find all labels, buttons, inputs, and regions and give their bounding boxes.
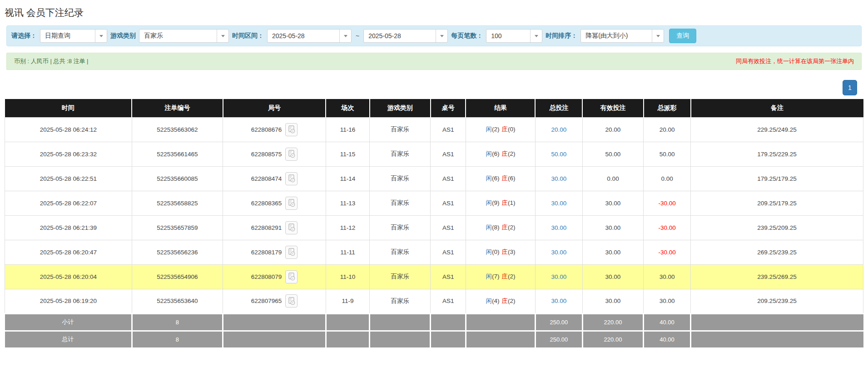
chevron-down-icon[interactable]: [95, 30, 107, 42]
date-from-value: 2025-05-28: [268, 32, 339, 40]
table-row: 2025-05-28 06:23:32 522535661465 6228085…: [5, 142, 863, 166]
player-result-label: 闲: [486, 224, 492, 231]
time-sort-select[interactable]: 降冪(由大到小): [580, 29, 664, 43]
total-bet-link[interactable]: 30.00: [551, 200, 567, 207]
player-result-value: (6): [492, 150, 500, 157]
total-bet-link[interactable]: 30.00: [551, 298, 567, 304]
player-result-value: (4): [492, 298, 500, 304]
game-category-label: 游戏类别: [110, 32, 136, 40]
round-number: 622808676: [251, 126, 282, 133]
table-row: 2025-05-28 06:21:39 522535657859 6228082…: [5, 215, 863, 240]
header-bet-id: 注单编号: [132, 99, 223, 117]
page-1-button[interactable]: 1: [843, 80, 857, 95]
chevron-down-icon[interactable]: [530, 30, 542, 42]
cell-session: 11-11: [326, 240, 369, 264]
per-page-select[interactable]: 100: [486, 29, 542, 43]
film-icon: [288, 223, 295, 232]
banker-result-value: (2): [508, 273, 516, 280]
game-category-select[interactable]: 百家乐: [139, 29, 229, 43]
header-game: 游戏类别: [370, 99, 431, 117]
cell-session: 11-15: [326, 142, 369, 166]
total-bet-link[interactable]: 30.00: [551, 273, 567, 280]
cell-game: 百家乐: [370, 191, 431, 215]
summary-bar: 币别 : 人民币 | 总共 :8 注单 | 同局有效投注，统一计算在该局第一张注…: [6, 53, 862, 70]
total-bet-link[interactable]: 20.00: [551, 126, 567, 133]
cell-table-no: AS1: [431, 117, 466, 142]
cell-bet-id: 522535660085: [132, 166, 223, 191]
video-replay-button[interactable]: [285, 123, 298, 136]
film-icon: [288, 150, 295, 158]
cell-valid-bet: 50.00: [582, 142, 643, 166]
banker-result-label: 庄: [501, 298, 508, 304]
cell-note: 179.25/179.25: [691, 166, 863, 191]
cell-note: 209.25/239.25: [691, 289, 863, 313]
cell-result: 闲(7)庄(2): [466, 264, 535, 289]
header-time: 时间: [5, 99, 132, 117]
cell-bet-id: 522535657859: [132, 215, 223, 240]
cell-result: 闲(2)庄(0): [466, 117, 535, 142]
chevron-down-icon[interactable]: [436, 30, 447, 42]
currency-total-text: 币别 : 人民币 | 总共 :8 注单 |: [14, 57, 89, 65]
chevron-down-icon[interactable]: [217, 30, 228, 42]
player-result-label: 闲: [486, 273, 492, 280]
cell-time: 2025-05-28 06:20:04: [5, 264, 132, 289]
round-number: 622808474: [251, 175, 282, 182]
cell-game: 百家乐: [370, 215, 431, 240]
banker-result-value: (0): [508, 126, 516, 133]
time-range-label: 时间区间：: [232, 32, 264, 40]
player-result-label: 闲: [486, 248, 492, 255]
cell-total-bet: 20.00: [535, 117, 582, 142]
subtotal-label: 小计: [5, 313, 132, 331]
round-number: 622808365: [251, 200, 282, 207]
cell-time: 2025-05-28 06:22:51: [5, 166, 132, 191]
table-footer: 小计 8 250.00 220.00 40.00 总计 8 250.00 220…: [5, 313, 863, 348]
game-category-value: 百家乐: [139, 32, 217, 40]
player-result-label: 闲: [486, 150, 492, 157]
date-range-tilde: ~: [355, 32, 360, 40]
subtotal-valid-bet: 220.00: [582, 313, 643, 331]
query-type-select[interactable]: 日期查询: [40, 29, 107, 43]
banker-result-value: (2): [508, 150, 516, 157]
cell-game: 百家乐: [370, 117, 431, 142]
cell-round: 622808365: [223, 191, 326, 215]
video-replay-button[interactable]: [285, 270, 298, 283]
cell-total-bet: 30.00: [535, 289, 582, 313]
cell-game: 百家乐: [370, 142, 431, 166]
cell-game: 百家乐: [370, 264, 431, 289]
total-bet-link[interactable]: 30.00: [551, 224, 567, 231]
date-from-select[interactable]: 2025-05-28: [267, 29, 352, 43]
time-sort-label: 时间排序：: [546, 32, 577, 40]
cell-payout: -30.00: [644, 191, 691, 215]
cell-time: 2025-05-28 06:22:07: [5, 191, 132, 215]
cell-time: 2025-05-28 06:23:32: [5, 142, 132, 166]
cell-table-no: AS1: [431, 142, 466, 166]
video-replay-button[interactable]: [285, 148, 298, 161]
table-row: 2025-05-28 06:22:07 522535658825 6228083…: [5, 191, 863, 215]
total-count: 8: [132, 331, 223, 348]
video-replay-button[interactable]: [285, 294, 298, 307]
total-payout: 40.00: [644, 331, 691, 348]
cell-payout: -30.00: [644, 215, 691, 240]
header-table-no: 桌号: [431, 99, 466, 117]
video-replay-button[interactable]: [285, 246, 298, 259]
chevron-down-icon[interactable]: [339, 30, 351, 42]
search-button[interactable]: 查询: [669, 29, 696, 43]
player-result-value: (6): [492, 175, 500, 182]
total-total-bet: 250.00: [535, 331, 582, 348]
video-replay-button[interactable]: [285, 221, 298, 234]
cell-result: 闲(0)庄(3): [466, 240, 535, 264]
cell-payout: 30.00: [644, 264, 691, 289]
per-page-value: 100: [486, 32, 530, 40]
total-bet-link[interactable]: 30.00: [551, 249, 567, 256]
cell-game: 百家乐: [370, 289, 431, 313]
total-bet-link[interactable]: 30.00: [551, 175, 567, 182]
video-replay-button[interactable]: [285, 172, 298, 185]
player-result-label: 闲: [486, 126, 492, 133]
chevron-down-icon[interactable]: [652, 30, 664, 42]
cell-result: 闲(9)庄(1): [466, 191, 535, 215]
total-bet-link[interactable]: 50.00: [551, 151, 567, 158]
round-number: 622808291: [251, 224, 282, 231]
video-replay-button[interactable]: [285, 197, 298, 210]
date-to-select[interactable]: 2025-05-28: [363, 29, 448, 43]
cell-table-no: AS1: [431, 215, 466, 240]
